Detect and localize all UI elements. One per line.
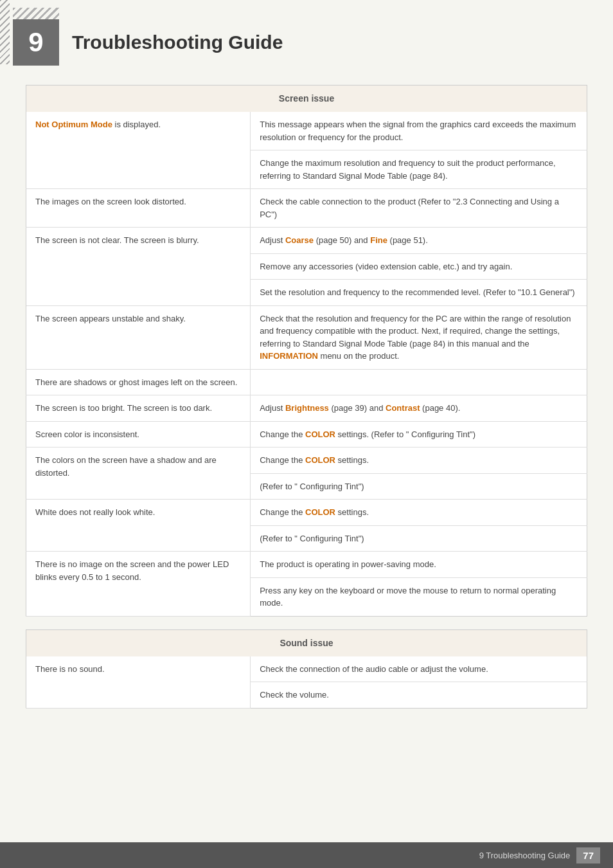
chapter-badge: 9: [13, 19, 59, 66]
solution-cell: Change the COLOR settings.: [251, 448, 587, 474]
solution-text: Change the COLOR settings.: [260, 455, 369, 465]
table-row: The colors on the screen have a shadow a…: [26, 448, 587, 474]
solution-cell: Remove any accessories (video extension …: [251, 253, 587, 280]
problem-text: The images on the screen look distorted.: [35, 197, 186, 206]
footer-label: 9 Troubleshooting Guide: [479, 851, 571, 860]
problem-cell: The screen is not clear. The screen is b…: [26, 228, 251, 306]
solution-cell: Adjust Coarse (page 50) and Fine (page 5…: [251, 228, 587, 254]
highlight-information: INFORMATION: [260, 351, 318, 361]
solution-cell: Change the maximum resolution and freque…: [251, 150, 587, 189]
problem-text: There are shadows or ghost images left o…: [35, 377, 237, 387]
highlight-color: COLOR: [305, 455, 335, 465]
highlight-brightness: Brightness: [285, 403, 329, 413]
solution-text: Check the cable connection to the produc…: [260, 197, 559, 219]
problem-text: There is no sound.: [35, 664, 105, 674]
solution-cell: (Refer to " Configuring Tint"): [251, 525, 587, 552]
footer-page-number: 77: [576, 847, 600, 863]
page-header: 9 Troubleshooting Guide: [0, 0, 613, 78]
highlight-not-optimum: Not Optimum Mode: [35, 120, 112, 129]
sound-issue-header: Sound issue: [26, 629, 587, 656]
solution-text: Check the volume.: [260, 690, 329, 700]
table-row: There are shadows or ghost images left o…: [26, 369, 587, 395]
table-row: White does not really look white. Change…: [26, 500, 587, 526]
problem-text: Not Optimum Mode is displayed.: [35, 120, 161, 129]
solution-cell: Adjust Brightness (page 39) and Contrast…: [251, 395, 587, 422]
problem-text: The colors on the screen have a shadow a…: [35, 455, 217, 478]
solution-text: Change the maximum resolution and freque…: [260, 158, 555, 181]
chapter-number: 9: [28, 27, 43, 58]
solution-cell: Set the resolution and frequency to the …: [251, 280, 587, 306]
solution-text: Adjust Brightness (page 39) and Contrast…: [260, 403, 460, 413]
page-footer: 9 Troubleshooting Guide 77: [0, 842, 613, 868]
main-content: Screen issue Not Optimum Mode is display…: [0, 78, 613, 760]
table-row: Not Optimum Mode is displayed. This mess…: [26, 112, 587, 150]
table-row: There is no sound. Check the connection …: [26, 656, 587, 682]
solution-cell: Check the connection of the audio cable …: [251, 656, 587, 682]
solution-text: Remove any accessories (video extension …: [260, 262, 512, 271]
problem-cell: The colors on the screen have a shadow a…: [26, 448, 251, 500]
page-title: Troubleshooting Guide: [72, 32, 283, 53]
solution-cell: This message appears when the signal fro…: [251, 112, 587, 150]
highlight-coarse: Coarse: [285, 235, 314, 245]
problem-text: The screen is too bright. The screen is …: [35, 403, 212, 413]
solution-cell: (Refer to " Configuring Tint"): [251, 473, 587, 500]
table-row: The screen is too bright. The screen is …: [26, 395, 587, 422]
problem-text: There is no image on the screen and the …: [35, 559, 229, 582]
table-row: The images on the screen look distorted.…: [26, 189, 587, 228]
solution-text: The product is operating in power-saving…: [260, 559, 436, 569]
sound-issue-table: Sound issue There is no sound. Check the…: [26, 629, 587, 709]
problem-text: Screen color is inconsistent.: [35, 429, 139, 439]
problem-cell: The screen appears unstable and shaky.: [26, 305, 251, 369]
solution-cell: Change the COLOR settings.: [251, 500, 587, 526]
solution-cell: The product is operating in power-saving…: [251, 552, 587, 578]
screen-issue-header: Screen issue: [26, 86, 587, 113]
problem-cell: The screen is too bright. The screen is …: [26, 395, 251, 422]
table-row: Screen color is inconsistent. Change the…: [26, 421, 587, 448]
solution-text: Check the connection of the audio cable …: [260, 664, 488, 674]
solution-text: This message appears when the signal fro…: [260, 120, 576, 142]
highlight-color: COLOR: [305, 429, 335, 439]
solution-text: Set the resolution and frequency to the …: [260, 287, 575, 297]
solution-cell: Check that the resolution and frequency …: [251, 305, 587, 369]
solution-cell: Press any key on the keyboard or move th…: [251, 577, 587, 616]
problem-cell: There is no sound.: [26, 656, 251, 709]
problem-text: The screen appears unstable and shaky.: [35, 314, 186, 323]
problem-text: The screen is not clear. The screen is b…: [35, 235, 199, 245]
solution-cell: Change the COLOR settings. (Refer to " C…: [251, 421, 587, 448]
problem-cell: Not Optimum Mode is displayed.: [26, 112, 251, 189]
highlight-contrast: Contrast: [386, 403, 420, 413]
table-row: The screen is not clear. The screen is b…: [26, 228, 587, 254]
solution-cell: [251, 369, 587, 395]
screen-issue-table: Screen issue Not Optimum Mode is display…: [26, 85, 587, 617]
problem-cell: There is no image on the screen and the …: [26, 552, 251, 617]
solution-text: Check that the resolution and frequency …: [260, 314, 571, 361]
solution-text: (Refer to " Configuring Tint"): [260, 482, 364, 491]
solution-text: Change the COLOR settings. (Refer to " C…: [260, 429, 475, 439]
solution-text: Adjust Coarse (page 50) and Fine (page 5…: [260, 235, 428, 245]
table-row: There is no image on the screen and the …: [26, 552, 587, 578]
problem-text: White does not really look white.: [35, 507, 155, 517]
solution-cell: Check the volume.: [251, 682, 587, 709]
solution-cell: Check the cable connection to the produc…: [251, 189, 587, 228]
solution-text: Press any key on the keyboard or move th…: [260, 586, 556, 608]
solution-text: Change the COLOR settings.: [260, 507, 369, 517]
problem-cell: White does not really look white.: [26, 500, 251, 552]
problem-cell: The images on the screen look distorted.: [26, 189, 251, 228]
problem-cell: Screen color is inconsistent.: [26, 421, 251, 448]
highlight-fine: Fine: [370, 235, 387, 245]
problem-cell: There are shadows or ghost images left o…: [26, 369, 251, 395]
solution-text: (Refer to " Configuring Tint"): [260, 534, 364, 543]
highlight-color: COLOR: [305, 507, 335, 517]
